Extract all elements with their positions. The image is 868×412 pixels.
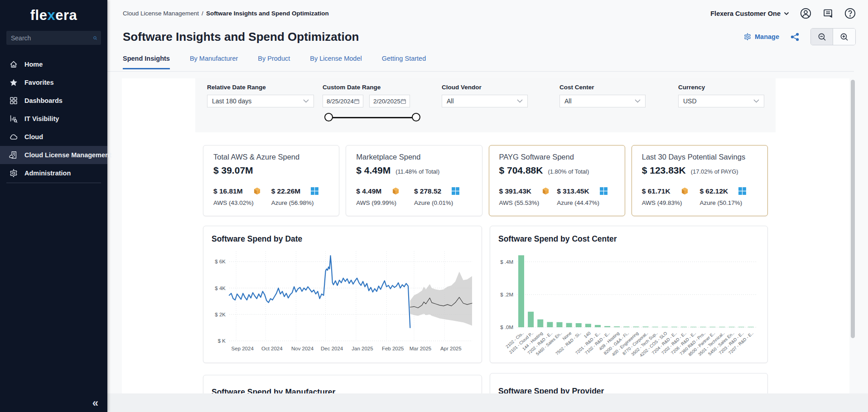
svg-text:$ .2M: $ .2M: [500, 292, 513, 297]
zoom-out-button[interactable]: [811, 29, 833, 45]
help-icon: [844, 7, 856, 19]
kpi-azure-label: Azure (56.98%): [271, 199, 329, 206]
calendar-icon: [400, 98, 406, 104]
svg-text:$ 6K: $ 6K: [215, 259, 226, 264]
tab-by-product[interactable]: By Product: [258, 55, 290, 69]
sidebar: flexera HomeFavoritesDashboardsIT Visibi…: [0, 0, 107, 412]
sidebar-item-label: Cloud: [24, 133, 43, 141]
feedback-button[interactable]: [822, 8, 834, 19]
person-circle-icon: [800, 7, 812, 19]
slider-handle-start[interactable]: [324, 113, 333, 121]
kpi-value: $ 4.49M: [356, 165, 391, 176]
star-icon: [9, 78, 18, 87]
chart-title: Software Spend by Cost Center: [498, 234, 761, 244]
sidebar-search[interactable]: [6, 31, 101, 45]
kpi-title: PAYG Software Spend: [499, 153, 615, 161]
bottom-cards-row: Software Spend by Manufacturer Software …: [203, 375, 768, 393]
help-button[interactable]: [844, 7, 856, 19]
svg-text:Sep 2024: Sep 2024: [231, 346, 254, 351]
kpi-aws-amount: $ 16.81M: [213, 187, 243, 195]
start-date-input[interactable]: 8/25/2024: [323, 95, 363, 107]
slider-track[interactable]: [328, 117, 417, 118]
manage-button[interactable]: Manage: [743, 33, 779, 41]
kpi-card-row: Total AWS & Azure Spend $ 39.07M $ 16.81…: [203, 145, 768, 216]
top-bar-actions: Flexera Customer One: [710, 7, 856, 19]
top-bar: Cloud License Management/Software Insigh…: [123, 7, 856, 19]
spend-by-date-line-chart: $ K$ 2K$ 4K$ 6KSep 2024Oct 2024Nov 2024D…: [210, 245, 475, 359]
manage-label: Manage: [755, 33, 779, 40]
sidebar-item-label: Home: [24, 61, 43, 68]
relative-date-range-select[interactable]: Last 180 days: [207, 95, 314, 107]
kpi-title: Total AWS & Azure Spend: [213, 153, 329, 161]
vertical-scrollbar[interactable]: [851, 80, 855, 338]
kpi-azure-column: $ 278.52 Azure (0.01%): [414, 187, 472, 206]
kpi-value-note: (11.48% of Total): [395, 168, 439, 175]
account-menu[interactable]: Flexera Customer One: [710, 10, 789, 17]
zoom-in-button[interactable]: [833, 29, 855, 45]
tab-by-manufacturer[interactable]: By Manufacturer: [190, 55, 238, 69]
kpi-azure-column: $ 313.45K Azure (44.47%): [557, 187, 615, 206]
sidebar-item-dashboards[interactable]: Dashboards: [0, 92, 107, 110]
kpi-aws-amount: $ 391.43K: [499, 187, 532, 195]
chevron-down-icon: [753, 99, 759, 103]
sidebar-divider: [6, 183, 101, 183]
cloud-icon: [9, 132, 18, 141]
kpi-title: Marketplace Spend: [356, 153, 472, 161]
cloud-vendor-select[interactable]: All: [442, 95, 528, 107]
aws-cube-icon: [253, 187, 261, 195]
cost-center-select[interactable]: All: [559, 95, 646, 107]
kpi-aws-label: AWS (99.99%): [356, 199, 414, 206]
home-icon: [9, 60, 18, 69]
sidebar-item-label: Dashboards: [24, 97, 63, 104]
breadcrumb-parent[interactable]: Cloud License Management: [123, 10, 199, 17]
tab-getting-started[interactable]: Getting Started: [382, 55, 426, 69]
sidebar-nav: HomeFavoritesDashboardsIT VisibilityClou…: [0, 55, 107, 182]
search-input[interactable]: [11, 34, 93, 42]
search-icon: [93, 34, 97, 42]
tab-spend-insights[interactable]: Spend Insights: [123, 55, 170, 69]
svg-text:Feb 2025: Feb 2025: [382, 346, 404, 351]
chevron-down-icon: [303, 99, 309, 103]
aws-cube-icon: [680, 187, 689, 195]
sidebar-item-home[interactable]: Home: [0, 55, 107, 73]
account-name: Flexera Customer One: [710, 10, 781, 17]
chart-card-spend-by-manufacturer: Software Spend by Manufacturer: [203, 375, 482, 393]
kpi-aws-label: AWS (55.53%): [499, 199, 557, 206]
svg-text:$ 4K: $ 4K: [215, 286, 226, 291]
sidebar-item-it-visibility[interactable]: IT Visibility: [0, 110, 107, 128]
tab-bar: Spend InsightsBy ManufacturerBy ProductB…: [123, 55, 446, 69]
currency-select[interactable]: USD: [678, 95, 764, 107]
chevron-down-icon: [784, 12, 789, 15]
end-date-input[interactable]: 2/20/2025: [369, 95, 410, 107]
share-icon: [790, 32, 800, 42]
kpi-card-marketplace-spend: Marketplace Spend $ 4.49M (11.48% of Tot…: [346, 145, 482, 216]
bottom-strip: [107, 393, 868, 412]
page-title: Software Insights and Spend Optimization: [123, 30, 359, 44]
kpi-card-total-aws-azure-spend: Total AWS & Azure Spend $ 39.07M $ 16.81…: [203, 145, 339, 216]
sidebar-item-cloud[interactable]: Cloud: [0, 128, 107, 146]
tab-by-license-model[interactable]: By License Model: [310, 55, 362, 69]
kpi-card-last-30-days-potential-savings: Last 30 Days Potential Savings $ 123.83K…: [632, 145, 768, 216]
breadcrumb-separator: /: [202, 10, 203, 17]
sidebar-item-administration[interactable]: Administration: [0, 164, 107, 182]
user-profile-button[interactable]: [800, 7, 812, 19]
sidebar-item-cloud-license-management[interactable]: Cloud License Management: [0, 146, 107, 164]
share-button[interactable]: [790, 32, 800, 42]
filter-label: Relative Date Range: [207, 84, 314, 91]
kpi-azure-amount: $ 22.26M: [271, 187, 301, 195]
kpi-title: Last 30 Days Potential Savings: [642, 153, 757, 161]
sidebar-collapse-button[interactable]: «: [92, 397, 98, 409]
filter-relative-date-range: Relative Date Range Last 180 days: [207, 84, 314, 107]
kpi-azure-amount: $ 313.45K: [557, 187, 589, 195]
chart-title: Software Spend by Manufacturer: [212, 388, 475, 393]
chart-title: Software Spend by Provider: [498, 387, 761, 393]
chevron-down-icon: [635, 99, 641, 103]
slider-handle-end[interactable]: [412, 113, 420, 121]
sidebar-item-label: Administration: [24, 170, 71, 177]
sidebar-item-favorites[interactable]: Favorites: [0, 73, 107, 92]
kpi-aws-amount: $ 4.49M: [356, 187, 381, 195]
gear-icon: [9, 169, 18, 178]
filter-label: Currency: [678, 84, 764, 91]
title-row: Software Insights and Spend Optimization…: [123, 26, 856, 47]
kpi-azure-column: $ 22.26M Azure (56.98%): [271, 187, 329, 206]
